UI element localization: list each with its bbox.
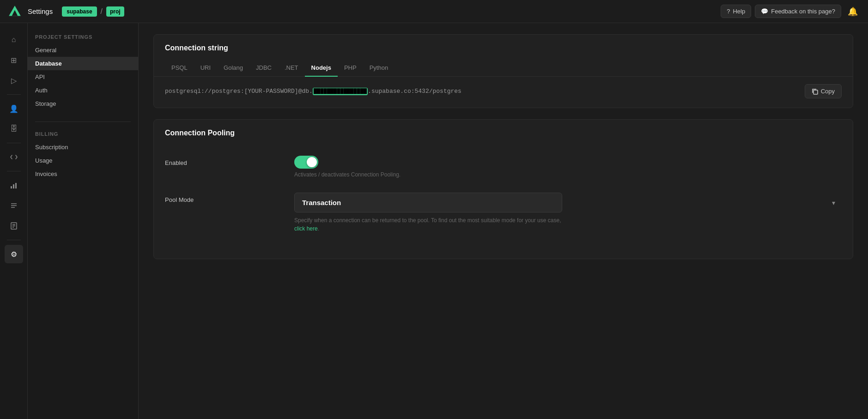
connection-tabs: PSQL URI Golang JDBC .NET Nodejs PHP Pyt…: [154, 60, 853, 77]
connection-string-row: postgresql://postgres:[YOUR-PASSWORD]@db…: [154, 77, 853, 108]
text-sidebar: Project Settings General Database API Au…: [28, 23, 139, 419]
conn-highlight: ████████████████: [313, 88, 368, 95]
enabled-toggle[interactable]: [294, 156, 318, 169]
sidebar-icon-settings[interactable]: ⚙: [5, 245, 23, 263]
sidebar-icon-home[interactable]: ⌂: [5, 30, 23, 49]
sidebar-icon-auth[interactable]: 👤: [5, 99, 23, 118]
tab-net[interactable]: .NET: [278, 60, 305, 77]
enabled-row: Enabled Activates / deactivates Connecti…: [165, 156, 842, 178]
help-button[interactable]: ? Help: [721, 5, 751, 18]
tab-golang[interactable]: Golang: [217, 60, 249, 77]
enabled-control: Activates / deactivates Connection Pooli…: [294, 156, 842, 178]
svg-rect-3: [13, 184, 14, 188]
breadcrumb-main[interactable]: supabase: [62, 6, 97, 17]
sidebar-icon-logs[interactable]: [5, 196, 23, 215]
pooling-body: Enabled Activates / deactivates Connecti…: [154, 145, 853, 259]
sidebar-item-invoices[interactable]: Invoices: [28, 167, 138, 181]
icon-sidebar-divider-1: [7, 94, 21, 95]
sidebar-item-auth[interactable]: Auth: [28, 84, 138, 97]
icon-sidebar: ⌂ ⊞ ▷ 👤 🗄: [0, 23, 28, 419]
tab-uri[interactable]: URI: [194, 60, 217, 77]
connection-pooling-title: Connection Pooling: [165, 129, 842, 137]
pool-mode-select-wrapper: Transaction Session Statement: [294, 193, 842, 213]
breadcrumb-sub[interactable]: proj: [106, 6, 124, 17]
tab-nodejs[interactable]: Nodejs: [305, 60, 338, 77]
connection-string-value: postgresql://postgres:[YOUR-PASSWORD]@db…: [165, 88, 799, 95]
header-title: Settings: [28, 7, 53, 15]
icon-sidebar-divider-3: [7, 171, 21, 171]
svg-rect-12: [813, 90, 818, 94]
sidebar-icon-storage[interactable]: 🗄: [5, 120, 23, 138]
icon-sidebar-divider-2: [7, 143, 21, 143]
sidebar-icon-terminal[interactable]: ▷: [5, 71, 23, 90]
svg-rect-4: [15, 183, 17, 188]
pool-mode-select[interactable]: Transaction Session Statement: [294, 193, 562, 213]
tab-jdbc[interactable]: JDBC: [249, 60, 278, 77]
sidebar-item-database[interactable]: Database: [28, 57, 138, 70]
chat-icon: 💬: [761, 8, 768, 15]
help-icon: ?: [727, 8, 730, 15]
sidebar-divider: [35, 121, 131, 122]
pool-mode-row: Pool Mode Transaction Session Statement …: [165, 193, 842, 233]
toggle-thumb: [307, 157, 317, 167]
toggle-track: [294, 156, 318, 169]
enabled-label: Enabled: [165, 156, 294, 166]
conn-suffix: .supabase.co:5432/postgres: [368, 88, 461, 95]
pool-mode-control: Transaction Session Statement Specify wh…: [294, 193, 842, 233]
sidebar-icon-reports[interactable]: [5, 217, 23, 235]
sidebar-item-usage[interactable]: Usage: [28, 154, 138, 167]
project-settings-section: Project Settings General Database API Au…: [28, 34, 138, 110]
pool-mode-label: Pool Mode: [165, 193, 294, 203]
enabled-hint: Activates / deactivates Connection Pooli…: [294, 171, 842, 178]
connection-pooling-card: Connection Pooling Enabled Activates / d…: [153, 119, 853, 259]
sidebar-icon-code[interactable]: [5, 148, 23, 166]
tab-php[interactable]: PHP: [338, 60, 363, 77]
notification-button[interactable]: 🔔: [845, 4, 861, 19]
copy-icon: [812, 88, 818, 95]
sidebar-icon-stats[interactable]: [5, 176, 23, 194]
main-content: Connection string PSQL URI Golang JDBC .…: [139, 23, 868, 419]
icon-sidebar-divider-4: [7, 240, 21, 240]
breadcrumb-separator: /: [101, 7, 103, 16]
connection-string-header: Connection string: [154, 35, 853, 52]
breadcrumb: supabase / proj: [62, 6, 715, 17]
logo-icon: [7, 4, 22, 19]
tab-psql[interactable]: PSQL: [165, 60, 194, 77]
billing-label: Billing: [28, 131, 138, 137]
conn-prefix: postgresql://postgres:[YOUR-PASSWORD]@db…: [165, 88, 313, 95]
sidebar-item-api[interactable]: API: [28, 70, 138, 84]
connection-pooling-header: Connection Pooling: [154, 120, 853, 137]
tab-python[interactable]: Python: [363, 60, 395, 77]
pool-mode-hint: Specify when a connection can be returne…: [294, 216, 562, 233]
project-settings-label: Project Settings: [28, 34, 138, 40]
feedback-button[interactable]: 💬 Feedback on this page?: [755, 5, 841, 18]
sidebar-item-general[interactable]: General: [28, 43, 138, 57]
copy-button[interactable]: Copy: [805, 84, 842, 98]
svg-rect-2: [11, 186, 12, 188]
billing-section: Billing Subscription Usage Invoices: [28, 131, 138, 181]
connection-string-title: Connection string: [165, 44, 842, 52]
top-header: Settings supabase / proj ? Help 💬 Feedba…: [0, 0, 868, 23]
connection-string-card: Connection string PSQL URI Golang JDBC .…: [153, 34, 853, 108]
header-right: ? Help 💬 Feedback on this page? 🔔: [721, 4, 861, 19]
sidebar-item-subscription[interactable]: Subscription: [28, 140, 138, 154]
pool-mode-link[interactable]: click here: [294, 225, 318, 232]
sidebar-item-storage[interactable]: Storage: [28, 97, 138, 110]
sidebar-icon-table[interactable]: ⊞: [5, 51, 23, 69]
main-layout: ⌂ ⊞ ▷ 👤 🗄: [0, 23, 868, 419]
